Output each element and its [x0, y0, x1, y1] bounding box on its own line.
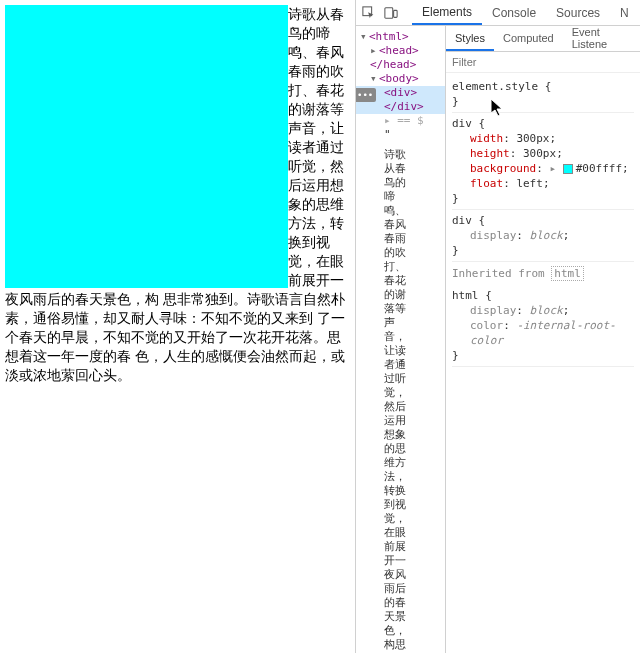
tree-eq: ▸ == $	[356, 114, 445, 128]
rule-element-style[interactable]: element.style { }	[452, 76, 634, 113]
tree-text-quote: "	[356, 128, 445, 142]
tab-elements[interactable]: Elements	[412, 0, 482, 25]
styles-tabs: Styles Computed Event Listene	[446, 26, 640, 52]
tab-event-listeners[interactable]: Event Listene	[563, 26, 640, 51]
tree-head-close[interactable]: </head>	[370, 58, 416, 71]
styles-panel: Styles Computed Event Listene element.st…	[446, 26, 640, 653]
inherited-link[interactable]: html	[551, 266, 584, 281]
styles-filter-row	[446, 52, 640, 73]
cyan-div[interactable]	[5, 5, 288, 288]
svg-rect-1	[385, 7, 393, 18]
devtools-body: ▾<html> ▸<head> </head> ▾<body> ••• <div…	[356, 26, 640, 653]
device-toggle-icon[interactable]	[384, 5, 398, 21]
page-viewport: 诗歌从春鸟的啼鸣、春风春雨的吹打、春花的谢落等声音，让读者通过听觉，然后运用想象…	[0, 0, 355, 653]
styles-filter-input[interactable]	[446, 52, 640, 72]
devtools-panel: Elements Console Sources N ▾<html> ▸<hea…	[355, 0, 640, 653]
devtools-main-tabs: Elements Console Sources N	[412, 0, 639, 25]
tab-computed[interactable]: Computed	[494, 26, 563, 51]
tree-html[interactable]: <html>	[369, 30, 409, 43]
styles-rules: element.style { } div { width: 300px; he…	[446, 73, 640, 370]
devtools-toolbar: Elements Console Sources N	[356, 0, 640, 26]
inspect-icon[interactable]	[362, 5, 376, 21]
inherited-from: Inherited from html	[452, 262, 634, 285]
svg-rect-2	[394, 10, 398, 17]
rule-html-ua[interactable]: html { display: block; color: -internal-…	[452, 285, 634, 367]
tab-sources[interactable]: Sources	[546, 0, 610, 25]
tree-ellipsis-icon: •••	[356, 88, 376, 102]
tree-div-close[interactable]: </div>	[384, 100, 424, 113]
rule-div-ua[interactable]: div { display: block; }	[452, 210, 634, 262]
tab-styles[interactable]: Styles	[446, 26, 494, 51]
tree-body[interactable]: <body>	[379, 72, 419, 85]
elements-tree[interactable]: ▾<html> ▸<head> </head> ▾<body> ••• <div…	[356, 26, 446, 653]
tree-div-open[interactable]: <div>	[384, 86, 417, 99]
rule-div-local[interactable]: div { width: 300px; height: 300px; backg…	[452, 113, 634, 210]
color-swatch-icon[interactable]	[563, 164, 573, 174]
tab-more[interactable]: N	[610, 0, 639, 25]
tree-text-node[interactable]: 诗歌从春鸟的啼鸣、春风春雨的吹打、春花的谢落等声音，让读者通过听觉，然后运用想象…	[356, 148, 416, 653]
tree-head-open[interactable]: <head>	[379, 44, 419, 57]
tab-console[interactable]: Console	[482, 0, 546, 25]
